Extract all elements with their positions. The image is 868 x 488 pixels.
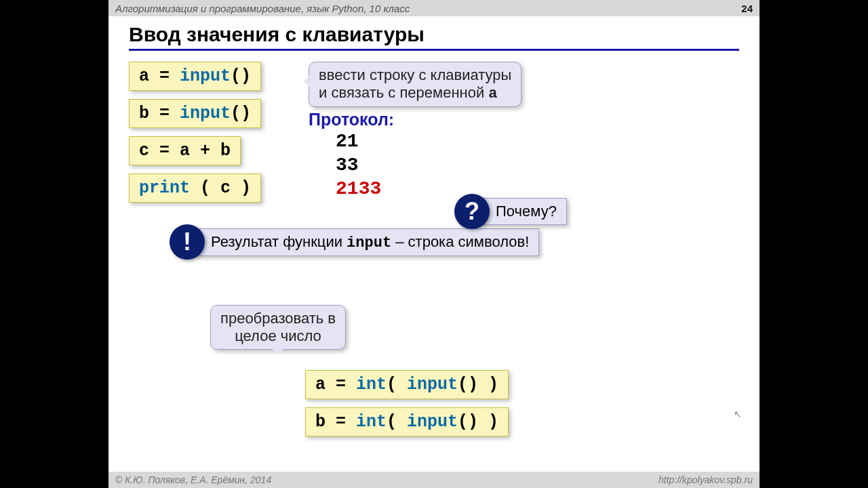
- code-line-3: c = a + b: [129, 136, 241, 165]
- page-title: Ввод значения с клавиатуры: [129, 23, 739, 51]
- protocol-v2: 33: [336, 153, 521, 177]
- convert-l2: целое число: [235, 327, 321, 344]
- top-bar: Алгоритмизация и программирование, язык …: [108, 0, 760, 16]
- hint1-line2b: a: [488, 85, 497, 102]
- slide-number: 24: [741, 3, 753, 14]
- hint-bubble-1: ввести строку с клавиатуры и связать с п…: [309, 62, 521, 107]
- code-line-1: a = input(): [129, 62, 261, 91]
- course-title: Алгоритмизация и программирование, язык …: [115, 3, 410, 14]
- footer-left: © К.Ю. Поляков, Е.А. Ерёмин, 2014: [115, 474, 271, 485]
- result-callout: ! Результат функции input – строка симво…: [170, 224, 739, 260]
- protocol-v1: 21: [336, 129, 521, 153]
- convert-bubble: преобразовать в целое число: [210, 305, 346, 350]
- result-note: Результат функции input – строка символо…: [197, 228, 539, 256]
- protocol-label: Протокол:: [309, 110, 521, 129]
- converted-code-column: a = int( input() ) b = int( input() ): [305, 370, 509, 445]
- code-line-2: b = input(): [129, 99, 261, 128]
- code-line-5: a = int( input() ): [305, 370, 509, 399]
- code-line-4: print ( c ): [129, 174, 261, 203]
- code-line-6: b = int( input() ): [305, 407, 509, 436]
- hint1-line1: ввести строку с клавиатуры: [319, 66, 511, 83]
- hint1-line2a: и связать с переменной: [319, 84, 488, 101]
- question-icon: ?: [454, 194, 490, 229]
- mouse-cursor-icon: ↖: [734, 409, 742, 420]
- exclamation-icon: !: [170, 224, 205, 260]
- code-column: a = input() b = input() c = a + b print …: [129, 62, 261, 211]
- slide: Алгоритмизация и программирование, язык …: [108, 0, 760, 488]
- protocol-output: 21 33 2133: [336, 129, 521, 201]
- why-text: Почему?: [481, 198, 567, 225]
- slide-content: Ввод значения с клавиатуры a = input() b…: [108, 16, 760, 472]
- convert-l1: преобразовать в: [220, 310, 336, 327]
- footer-bar: © К.Ю. Поляков, Е.А. Ерёмин, 2014 http:/…: [108, 472, 760, 488]
- right-column: ввести строку с клавиатуры и связать с п…: [309, 62, 521, 201]
- footer-right: http://kpolyakov.spb.ru: [658, 474, 753, 485]
- why-callout: ? Почему?: [454, 194, 567, 229]
